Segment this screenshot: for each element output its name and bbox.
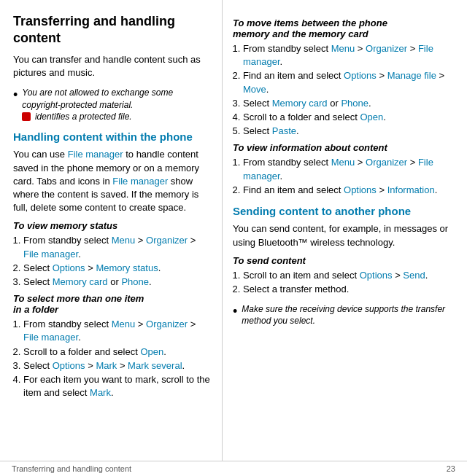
link-filemanager: File manager	[23, 332, 78, 343]
bullet-icon: •	[13, 88, 18, 101]
link-mark: Mark	[96, 360, 117, 371]
steps-view-info: From standby select Menu > Organizer > F…	[233, 156, 457, 197]
step-item: Select Options > Mark > Mark several.	[23, 359, 212, 372]
link-options: Options	[344, 184, 377, 195]
link-options: Options	[344, 70, 377, 81]
section1-body: You can use File manager to handle conte…	[13, 148, 212, 214]
link-phone: Phone	[121, 276, 149, 287]
step-item: From standby select Menu > Organizer > F…	[23, 234, 212, 260]
steps-send-content: Scroll to an item and select Options > S…	[233, 269, 457, 296]
link-paste: Paste	[272, 125, 296, 136]
link-organizer: Organizer	[146, 235, 188, 246]
sub-heading-select-more: To select more than one itemin a folder	[13, 293, 212, 315]
lock-icon	[22, 112, 31, 121]
link-filemanager: File manager	[23, 249, 78, 260]
steps-move-items: From standby select Menu > Organizer > F…	[233, 42, 457, 138]
sub-heading-move-items: To move items between the phonememory an…	[233, 17, 457, 39]
step-item: Scroll to an item and select Options > S…	[243, 269, 457, 282]
link-manage-file: Manage file	[387, 70, 436, 81]
note-box-1: • You are not allowed to exchange some c…	[13, 87, 212, 122]
footer-left: Transferring and handling content	[12, 464, 131, 473]
step-item: Scroll to a folder and select Open.	[23, 346, 212, 359]
link-organizer: Organizer	[366, 43, 407, 54]
step-item: From standby select Menu > Organizer > F…	[243, 42, 457, 69]
link-file-manager-2: File manager	[112, 176, 168, 187]
link-organizer: Organizer	[366, 157, 407, 168]
link-options: Options	[360, 270, 393, 281]
step-item: Scroll to a folder and select Open.	[243, 111, 457, 124]
footer-right: 23	[447, 464, 455, 473]
link-file-manager-1: File manager	[68, 149, 123, 160]
link-menu: Menu	[331, 43, 355, 54]
link-memory-card: Memory card	[272, 98, 328, 109]
page-title: Transferring and handling content	[13, 13, 212, 46]
link-mark-several: Mark several	[128, 360, 182, 371]
link-send: Send	[403, 270, 425, 281]
bullet-icon-2: •	[233, 305, 237, 318]
link-move: Move	[243, 84, 266, 95]
step-item: From standby select Menu > Organizer > F…	[243, 156, 457, 182]
link-mark-action: Mark	[90, 387, 111, 398]
right-column: To move items between the phonememory an…	[223, 0, 467, 476]
section1-title: Handling content within the phone	[13, 130, 212, 144]
link-menu: Menu	[112, 319, 136, 329]
section3-title: Sending content to another phone	[233, 204, 457, 219]
sub-heading-send-content: To send content	[233, 255, 457, 266]
link-memory-card: Memory card	[53, 276, 108, 287]
link-menu: Menu	[331, 157, 355, 168]
step-item: Select Memory card or Phone.	[243, 97, 457, 110]
intro-text: You can transfer and handle content such…	[13, 53, 212, 79]
link-options: Options	[53, 360, 85, 371]
step-item: Find an item and select Options > Manage…	[243, 69, 457, 95]
step-item: From standby select Menu > Organizer > F…	[23, 318, 212, 344]
footer-bar: Transferring and handling content 23	[0, 461, 467, 476]
sub-heading-view-info: To view information about content	[233, 142, 457, 153]
left-column: Transferring and handling content You ca…	[0, 0, 223, 476]
section3-body: You can send content, for example, in me…	[233, 222, 457, 249]
step-item: Select a transfer method.	[243, 283, 457, 296]
note-box-2: • Make sure the receiving device support…	[233, 303, 457, 327]
link-phone: Phone	[341, 98, 368, 109]
link-options: Options	[53, 262, 85, 273]
step-item: Select Paste.	[243, 125, 457, 138]
note-text-1: You are not allowed to exchange some cop…	[22, 87, 173, 109]
link-menu: Menu	[112, 235, 136, 246]
step-item: Select Memory card or Phone.	[23, 276, 212, 289]
note-text-2: identifies a protected file.	[35, 112, 132, 122]
link-information: Information	[387, 184, 435, 195]
link-open: Open	[140, 346, 163, 357]
step-item: Select Options > Memory status.	[23, 262, 212, 275]
steps-memory-status: From standby select Menu > Organizer > F…	[13, 234, 212, 289]
link-memory-status: Memory status	[96, 262, 158, 273]
sub-heading-memory-status: To view memory status	[13, 220, 212, 231]
step-item: Find an item and select Options > Inform…	[243, 184, 457, 197]
link-organizer: Organizer	[146, 319, 188, 329]
steps-select-more: From standby select Menu > Organizer > F…	[13, 318, 212, 399]
note-text-3: Make sure the receiving device supports …	[242, 303, 457, 327]
link-open: Open	[360, 112, 383, 122]
step-item: For each item you want to mark, scroll t…	[23, 373, 212, 399]
note-content: You are not allowed to exchange some cop…	[22, 87, 212, 122]
